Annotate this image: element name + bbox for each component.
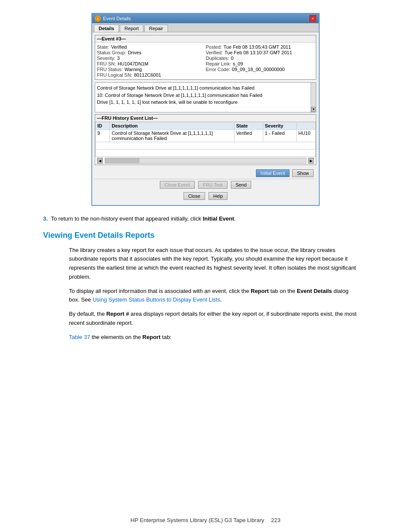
dialog-titlebar: i Event Details × xyxy=(92,14,319,23)
col-header-severity: Severity xyxy=(263,122,296,130)
report-tab-bold: Report xyxy=(251,288,269,294)
col-header-description: Description xyxy=(110,122,234,130)
cell-severity: 1 - Failed xyxy=(263,130,296,142)
scroll-down-icon[interactable]: ▼ xyxy=(311,107,316,112)
hscroll-row: ◀ ▶ xyxy=(95,157,316,165)
section-heading: Viewing Event Details Reports xyxy=(43,231,377,240)
message-2: 10: Control of Storage Network Drive at … xyxy=(97,92,314,99)
info-row-verified: Verified: Tue Feb 08 13:10:37 GMT 2011 xyxy=(206,50,314,55)
cell-state: Verified xyxy=(234,130,263,142)
initial-event-button[interactable]: Initial Event xyxy=(256,169,290,177)
close-button[interactable]: Close xyxy=(184,192,205,200)
event-section-label: —Event #3— xyxy=(95,35,316,43)
info-col-right: Posted: Tue Feb 08 13:05:43 GMT 2011 Ver… xyxy=(206,44,314,78)
scroll-left-icon[interactable]: ◀ xyxy=(97,158,103,164)
scroll-right-icon[interactable]: ▶ xyxy=(308,158,314,164)
scrollbar-horizontal[interactable] xyxy=(105,158,306,164)
body-para-1: The library creates a key report for eac… xyxy=(69,246,359,282)
step-area: 3. To return to the non-history event th… xyxy=(43,215,377,223)
dialog-title: Event Details xyxy=(103,16,131,21)
table-row: 9 Control of Storage Network Drive at [1… xyxy=(96,130,316,142)
initial-show-row: Initial Event Show xyxy=(95,168,316,179)
table-row-empty-2 xyxy=(96,149,316,157)
fru-table: ID Description State Severity 9 Control … xyxy=(95,122,316,157)
show-button[interactable]: Show xyxy=(292,169,314,177)
info-row-status-group: Status Group: Drives xyxy=(97,50,206,55)
scrollbar-vertical[interactable]: ▼ xyxy=(311,83,316,112)
message-box: Control of Storage Network Drive at [1,1… xyxy=(95,82,316,112)
col-header-extra xyxy=(296,122,315,130)
info-row-posted: Posted: Tue Feb 08 13:05:43 GMT 2011 xyxy=(206,44,314,50)
close-icon[interactable]: × xyxy=(309,15,316,22)
message-1: Control of Storage Network Drive at [1,1… xyxy=(97,84,314,92)
cell-description: Control of Storage Network Drive at [1,1… xyxy=(110,130,234,142)
event-section: —Event #3— State: Verified Status Group:… xyxy=(95,35,316,80)
info-row-repair-link: Repair Link: s_09 xyxy=(206,61,314,66)
fru-history-section: —FRU History Event List— ID Description … xyxy=(95,114,316,165)
tab-repair[interactable]: Repair xyxy=(144,25,168,32)
dialog-tabs: Details Report Repair xyxy=(92,23,319,32)
send-button[interactable]: Send xyxy=(231,181,252,189)
dialog-icon: i xyxy=(95,16,101,22)
info-row-duplicates: Duplicates: 0 xyxy=(206,56,314,61)
report-tab-bold-2: Report xyxy=(143,334,161,340)
info-row-fru-status: FRU Status: Warning xyxy=(97,67,206,72)
info-row-fru-sn: FRU SN: HU1047DN1M xyxy=(97,61,206,66)
info-row-severity: Severity: 3 xyxy=(97,56,206,61)
info-col-left: State: Verified Status Group: Drives Sev… xyxy=(97,44,206,78)
event-details-bold: Event Details xyxy=(297,288,332,294)
step-bold: Initial Event xyxy=(203,215,234,222)
body-para-3: By default, the Report # area displays r… xyxy=(69,310,359,328)
svg-text:i: i xyxy=(97,17,98,20)
step-body: To return to the non-history event that … xyxy=(51,215,202,222)
info-row-state: State: Verified xyxy=(97,44,206,50)
body-content: The library creates a key report for eac… xyxy=(69,246,359,342)
step-text: 3. To return to the non-history event th… xyxy=(43,215,377,223)
step-number: 3. xyxy=(43,215,48,222)
report-hash-bold: Report # xyxy=(106,311,129,317)
info-row-error-code: Error Code: 09_09_18_00_00000000 xyxy=(206,67,314,72)
button-row-2: Close Help xyxy=(95,190,316,202)
page-footer: HP Enterprise Systems Library (ESL) G3 T… xyxy=(0,517,411,523)
button-row-1: Close Event FRU Test Send xyxy=(95,179,316,190)
cell-extra: HU10 xyxy=(296,130,315,142)
system-status-link[interactable]: Using System Status Buttons to Display E… xyxy=(93,296,220,303)
col-header-state: State xyxy=(234,122,263,130)
body-para-2: To display all report information that i… xyxy=(69,287,359,305)
table-row-empty-1 xyxy=(96,142,316,149)
footer-text: HP Enterprise Systems Library (ESL) G3 T… xyxy=(131,517,264,523)
col-header-id: ID xyxy=(96,122,110,130)
fru-test-button[interactable]: FRU Test xyxy=(198,181,227,189)
message-3: Drive [1, 1, 1, 1, 1, 1] lost network li… xyxy=(97,99,314,106)
titlebar-left: i Event Details xyxy=(95,16,131,22)
cell-id: 9 xyxy=(96,130,110,142)
dialog-content: —Event #3— State: Verified Status Group:… xyxy=(92,32,319,205)
tab-details[interactable]: Details xyxy=(94,25,119,32)
event-info-grid: State: Verified Status Group: Drives Sev… xyxy=(97,44,314,78)
fru-history-label: —FRU History Event List— xyxy=(95,115,316,122)
event-details-dialog: i Event Details × Details Report Repair … xyxy=(91,13,320,206)
body-para-4: Table 37 the elements on the Report tab: xyxy=(69,333,359,342)
footer-page: 223 xyxy=(271,517,280,523)
scrollbar-thumb xyxy=(105,158,140,163)
table-37-link[interactable]: Table 37 xyxy=(69,334,90,340)
close-event-button[interactable]: Close Event xyxy=(160,181,195,189)
info-row-fru-logical-sn: FRU Logical SN: 80112C6001 xyxy=(97,72,206,78)
screenshot-area: i Event Details × Details Report Repair … xyxy=(26,13,385,206)
help-button[interactable]: Help xyxy=(209,192,228,200)
tab-report[interactable]: Report xyxy=(120,25,143,32)
